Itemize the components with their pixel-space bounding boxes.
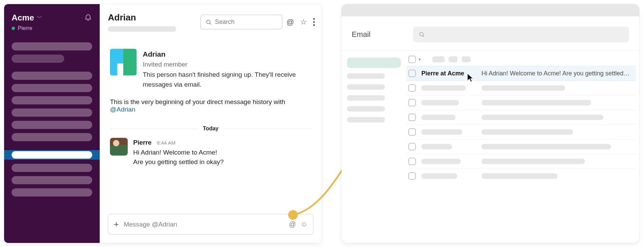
chevron-down-icon[interactable]: ▾ [419,57,421,62]
sidebar-item[interactable] [12,84,92,92]
message-composer[interactable]: + Message @Adrian @ ☺ [108,214,313,235]
current-user-name: Pierre [18,25,32,31]
message-line: Are you getting settled in okay? [133,157,224,167]
email-row[interactable] [406,96,636,110]
svg-line-6 [423,35,424,37]
search-placeholder: Search [215,18,235,26]
email-list-toolbar: ▾ [406,56,636,66]
svg-point-5 [420,32,423,36]
row-checkbox[interactable] [408,99,416,106]
sidebar-item[interactable] [12,188,92,197]
search-input[interactable]: Search [200,15,282,29]
email-list: ▾ Pierre at Acme Hi Adrian! Welcome to A… [406,51,639,243]
toolbar-button[interactable] [432,56,445,62]
intro-role: Invited member [143,60,307,70]
email-row[interactable] [406,140,636,154]
email-titlebar [341,4,639,16]
email-sidebar [341,51,406,243]
sidebar-item[interactable] [12,108,92,117]
slack-window: Acme ﹀ Pierre [4,4,322,243]
row-checkbox[interactable] [408,70,416,77]
row-checkbox[interactable] [408,143,416,150]
channel-subtitle-placeholder [108,26,176,32]
email-row[interactable] [406,110,636,125]
sidebar-items [4,42,100,201]
current-user-row[interactable]: Pierre [4,24,100,38]
more-actions-icon[interactable] [313,18,315,26]
dm-intro: Adrian Invited member This person hasn't… [110,49,311,89]
email-window: Email ▾ [341,4,639,243]
svg-line-1 [210,23,211,24]
toolbar-button[interactable] [462,56,471,62]
date-divider: Today [110,126,311,132]
sidebar-item[interactable] [12,121,92,129]
row-checkbox[interactable] [408,128,416,136]
intro-description: This person hasn't finished signing up. … [143,70,307,89]
chevron-down-icon: ﹀ [37,14,42,21]
channel-header: Adrian Search @ ☆ [100,4,322,35]
sidebar-item[interactable] [12,72,92,80]
emoji-icon[interactable]: ☺ [301,220,308,228]
sidebar-item-selected[interactable] [4,150,100,160]
composer-placeholder: Message @Adrian [124,221,177,228]
message[interactable]: Pierre 8:44 AM Hi Adrian! Welcome to Acm… [110,138,311,167]
toolbar-button[interactable] [449,56,458,62]
row-checkbox[interactable] [408,84,416,92]
message-author[interactable]: Pierre [133,139,152,146]
date-divider-label: Today [203,126,219,132]
sidebar-item[interactable] [12,133,92,141]
email-row[interactable] [406,81,636,96]
email-search-input[interactable] [413,27,629,42]
message-line: Hi Adrian! Welcome to Acme! [133,148,224,158]
sidebar-item[interactable] [12,42,92,50]
search-icon [206,19,212,25]
email-folder[interactable] [347,117,385,122]
email-row[interactable] [406,169,636,183]
workspace-name: Acme [12,13,34,23]
slack-sidebar: Acme ﹀ Pierre [4,4,100,243]
email-row[interactable] [406,154,636,169]
sidebar-item[interactable] [12,164,92,172]
workspace-header: Acme ﹀ [4,8,100,24]
slack-main: Adrian Search @ ☆ [100,4,322,243]
bell-icon[interactable] [84,13,92,21]
email-row[interactable] [406,125,636,140]
conversation-area: Adrian Invited member This person hasn't… [100,35,322,207]
email-row-highlighted[interactable]: Pierre at Acme Hi Adrian! Welcome to Acm… [406,66,636,81]
mentions-icon[interactable]: @ [286,18,294,27]
row-checkbox[interactable] [408,172,416,180]
sidebar-item[interactable] [12,96,92,104]
email-folder[interactable] [347,73,385,79]
sidebar-item[interactable] [12,55,64,63]
email-subject: Hi Adrian! Welcome to Acme! Are you gett… [481,70,634,77]
plus-icon[interactable]: + [114,219,119,230]
intro-name: Adrian [143,49,307,60]
row-checkbox[interactable] [408,114,416,121]
sidebar-item[interactable] [12,176,92,184]
svg-point-0 [207,20,210,24]
mentions-icon[interactable]: @ [289,220,296,228]
presence-indicator [12,27,15,30]
email-folder[interactable] [347,84,385,90]
star-icon[interactable]: ☆ [300,18,307,27]
select-all-checkbox[interactable] [408,56,416,63]
dm-beginning-text: This is the very beginning of your direc… [110,98,301,113]
cursor-icon [466,73,474,83]
email-folder-selected[interactable] [347,58,401,68]
message-avatar[interactable] [110,138,128,156]
row-checkbox[interactable] [408,158,416,165]
email-folder[interactable] [347,106,385,112]
email-header: Email [341,16,639,50]
channel-title[interactable]: Adrian [108,12,176,23]
email-app-title: Email [352,30,403,39]
workspace-switcher[interactable]: Acme ﹀ [12,13,42,23]
search-icon [419,31,425,38]
message-timestamp: 8:44 AM [157,140,176,146]
email-folder[interactable] [347,95,385,101]
intro-avatar [110,49,137,75]
user-mention[interactable]: @Adrian [110,106,135,113]
